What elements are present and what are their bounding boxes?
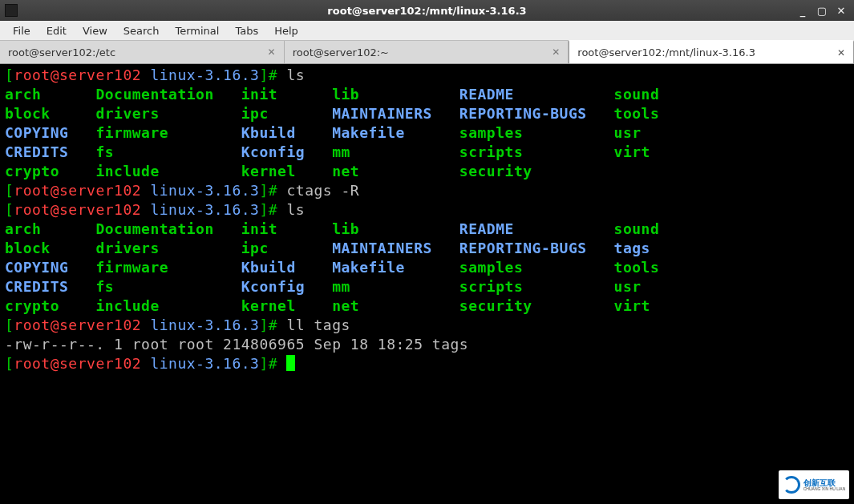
watermark-logo: 创新互联 CHUANG XIN HU LIAN: [779, 470, 849, 499]
close-icon[interactable]: ✕: [268, 46, 276, 58]
watermark-sub: CHUANG XIN HU LIAN: [803, 487, 846, 491]
terminal-app-icon: [5, 4, 18, 17]
terminal-tab-1[interactable]: root@server102:/etc ✕: [0, 41, 285, 63]
tab-label: root@server102:~: [293, 46, 389, 58]
terminal-tab-2[interactable]: root@server102:~ ✕: [285, 41, 569, 63]
close-icon[interactable]: ✕: [552, 46, 560, 58]
menu-terminal[interactable]: Terminal: [168, 23, 225, 38]
minimize-button[interactable]: _: [796, 5, 809, 17]
menu-search[interactable]: Search: [117, 23, 166, 38]
terminal-viewport[interactable]: [root@server102 linux-3.16.3]# ls arch D…: [0, 64, 854, 504]
window-title: root@server102:/mnt/linux-3.16.3: [0, 5, 854, 17]
close-button[interactable]: ✕: [835, 5, 848, 17]
tab-label: root@server102:/mnt/linux-3.16.3: [577, 46, 755, 58]
maximize-button[interactable]: ▢: [816, 5, 828, 17]
menu-file[interactable]: File: [6, 23, 37, 38]
watermark-brand: 创新互联: [803, 479, 846, 487]
logo-swirl-icon: [783, 476, 800, 494]
menu-bar: File Edit View Search Terminal Tabs Help: [0, 21, 854, 41]
menu-edit[interactable]: Edit: [40, 23, 73, 38]
tab-label: root@server102:/etc: [8, 46, 115, 58]
menu-tabs[interactable]: Tabs: [229, 23, 265, 38]
menu-view[interactable]: View: [76, 23, 114, 38]
window-titlebar: root@server102:/mnt/linux-3.16.3 _ ▢ ✕: [0, 0, 854, 21]
close-icon[interactable]: ✕: [837, 47, 845, 58]
menu-help[interactable]: Help: [268, 23, 305, 38]
tab-bar: root@server102:/etc ✕ root@server102:~ ✕…: [0, 41, 854, 64]
terminal-tab-3[interactable]: root@server102:/mnt/linux-3.16.3 ✕: [569, 40, 854, 63]
